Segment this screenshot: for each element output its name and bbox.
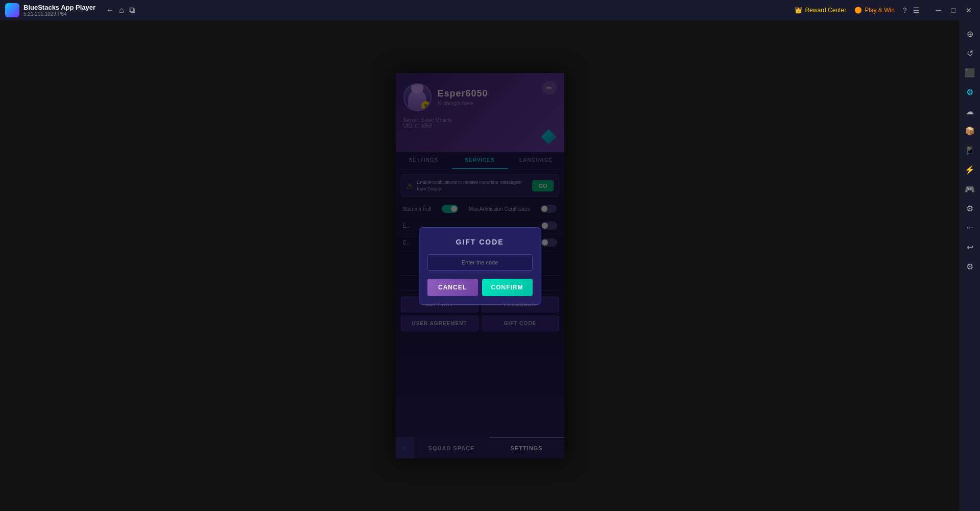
nav-back-button[interactable]: ← — [106, 6, 114, 15]
gift-code-input[interactable] — [427, 254, 533, 271]
menu-button[interactable]: ☰ — [913, 6, 920, 14]
app-version: 5.21.201.1029 P64 — [23, 11, 95, 17]
app-logo — [5, 3, 19, 17]
orange-circle-icon: 🟠 — [854, 7, 862, 14]
modal-cancel-button[interactable]: CANCEL — [427, 279, 478, 296]
close-button[interactable]: ✕ — [963, 5, 975, 15]
play-win-button[interactable]: 🟠 Play & Win — [854, 7, 895, 14]
modal-overlay: GIFT CODE CANCEL CONFIRM — [396, 73, 564, 458]
sidebar-icon-config[interactable]: ⚙ — [962, 258, 978, 275]
sidebar-icon-more[interactable]: ··· — [962, 220, 978, 236]
top-bar: BlueStacks App Player 5.21.201.1029 P64 … — [0, 0, 980, 20]
nav-home-button[interactable]: ⌂ — [119, 6, 124, 15]
window-controls: ─ □ ✕ — [933, 5, 975, 15]
sidebar-icon-apk[interactable]: 📦 — [962, 123, 978, 139]
app-title: BlueStacks App Player — [23, 4, 95, 11]
sidebar-icon-performance[interactable]: ⚡ — [962, 161, 978, 178]
sidebar-icon-refresh[interactable]: ↺ — [962, 45, 978, 61]
gift-code-modal: GIFT CODE CANCEL CONFIRM — [419, 227, 541, 305]
maximize-button[interactable]: □ — [948, 5, 959, 15]
sidebar-icon-back[interactable]: ↩ — [962, 239, 978, 255]
minimize-button[interactable]: ─ — [933, 5, 944, 15]
sidebar-icon-gear[interactable]: ⚙ — [962, 200, 978, 216]
modal-confirm-button[interactable]: CONFIRM — [482, 279, 533, 296]
help-button[interactable]: ? — [903, 6, 907, 14]
nav-buttons: ← ⌂ ⧉ — [106, 6, 135, 15]
reward-center-button[interactable]: 👑 Reward Center — [795, 7, 846, 14]
modal-buttons: CANCEL CONFIRM — [427, 279, 533, 296]
modal-title: GIFT CODE — [427, 238, 533, 246]
game-window: 9 Esper6050 Nothing's here ✏ Server: Son… — [396, 73, 564, 458]
main-content: 9 Esper6050 Nothing's here ✏ Server: Son… — [0, 20, 960, 511]
sidebar-icon-settings[interactable]: ⚙ — [962, 84, 978, 100]
topbar-icons: ? ☰ — [903, 6, 920, 14]
sidebar-icon-phone[interactable]: 📱 — [962, 142, 978, 158]
right-sidebar: ⊕ ↺ ⬛ ⚙ ☁ 📦 📱 ⚡ 🎮 ⚙ ··· ↩ ⚙ — [960, 20, 980, 511]
sidebar-icon-gamepad[interactable]: 🎮 — [962, 181, 978, 197]
sidebar-icon-expand[interactable]: ⊕ — [962, 26, 978, 42]
crown-icon: 👑 — [795, 7, 802, 14]
top-bar-right: 👑 Reward Center 🟠 Play & Win ? ☰ ─ □ ✕ — [795, 5, 975, 15]
sidebar-icon-cloud[interactable]: ☁ — [962, 103, 978, 119]
sidebar-icon-screen[interactable]: ⬛ — [962, 64, 978, 81]
nav-multi-button[interactable]: ⧉ — [129, 6, 135, 15]
